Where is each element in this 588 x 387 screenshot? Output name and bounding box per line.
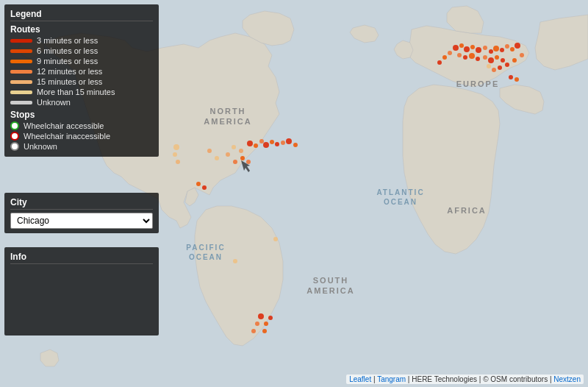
- svg-point-52: [514, 43, 520, 49]
- leaflet-link[interactable]: Leaflet: [349, 375, 371, 383]
- route-2-label: 6 minutes or less: [37, 46, 98, 55]
- svg-point-63: [437, 60, 442, 65]
- svg-point-11: [247, 141, 253, 146]
- svg-point-43: [464, 46, 470, 52]
- svg-point-36: [268, 316, 273, 320]
- stop-1-icon: [10, 121, 19, 130]
- routes-label: Routes: [10, 24, 153, 35]
- svg-point-55: [469, 53, 475, 59]
- svg-point-26: [233, 160, 237, 164]
- osm-text: © OSM contributors: [483, 375, 548, 383]
- svg-text:SOUTH: SOUTH: [313, 276, 349, 285]
- svg-point-50: [505, 44, 509, 49]
- svg-point-66: [520, 53, 524, 57]
- svg-point-27: [246, 160, 251, 164]
- svg-point-24: [207, 149, 212, 153]
- svg-point-14: [263, 142, 269, 148]
- route-5-label: 15 minutes or less: [37, 77, 102, 86]
- stop-3-icon: [10, 142, 19, 151]
- svg-point-15: [270, 140, 274, 144]
- route-2-icon: [10, 49, 32, 53]
- svg-point-46: [483, 46, 487, 50]
- svg-point-48: [493, 46, 499, 52]
- svg-point-12: [254, 143, 258, 148]
- svg-point-49: [500, 48, 504, 52]
- map-container[interactable]: PACIFIC OCEAN ATLANTIC OCEAN NORTH AMERI…: [0, 0, 588, 387]
- legend-stop-3: Unknown: [10, 142, 153, 151]
- svg-text:AMERICA: AMERICA: [204, 117, 251, 126]
- svg-point-65: [512, 58, 517, 63]
- svg-point-51: [510, 47, 514, 52]
- svg-point-35: [255, 322, 259, 326]
- stop-1-label: Wheelchair accessible: [24, 121, 104, 130]
- svg-point-70: [492, 68, 496, 72]
- svg-point-62: [442, 55, 447, 60]
- svg-point-58: [488, 57, 494, 63]
- legend-panel: Legend Routes 3 minutes or less 6 minute…: [4, 4, 159, 157]
- svg-point-47: [489, 49, 493, 54]
- route-1-label: 3 minutes or less: [37, 36, 98, 45]
- svg-point-40: [273, 237, 278, 241]
- legend-route-6: More than 15 minutes: [10, 88, 153, 96]
- svg-point-22: [226, 152, 230, 157]
- svg-point-56: [476, 57, 480, 61]
- svg-point-23: [215, 156, 219, 160]
- svg-text:OCEAN: OCEAN: [189, 253, 223, 261]
- svg-point-16: [275, 142, 279, 146]
- legend-route-2: 6 minutes or less: [10, 46, 153, 55]
- svg-point-31: [196, 182, 201, 186]
- legend-route-3: 9 minutes or less: [10, 57, 153, 65]
- svg-point-64: [505, 63, 509, 67]
- svg-point-42: [459, 43, 464, 48]
- city-select[interactable]: Chicago New York Los Angeles London Pari…: [10, 213, 153, 229]
- legend-stop-1: Wheelchair accessible: [10, 121, 153, 130]
- route-6-icon: [10, 90, 32, 94]
- svg-point-13: [259, 139, 264, 143]
- svg-point-54: [463, 55, 467, 60]
- svg-point-68: [514, 77, 519, 82]
- svg-point-59: [495, 55, 499, 60]
- legend-title: Legend: [10, 9, 153, 21]
- svg-point-41: [453, 45, 459, 51]
- stops-label: Stops: [10, 110, 153, 120]
- svg-point-39: [233, 259, 237, 263]
- svg-point-53: [457, 53, 462, 57]
- svg-point-33: [258, 313, 264, 319]
- svg-text:AMERICA: AMERICA: [306, 286, 354, 295]
- svg-text:PACIFIC: PACIFIC: [186, 244, 225, 252]
- svg-point-67: [509, 75, 513, 79]
- svg-point-32: [202, 185, 207, 190]
- route-1-icon: [10, 39, 32, 43]
- here-text: HERE Technologies: [412, 375, 477, 383]
- svg-point-17: [281, 141, 285, 145]
- city-title: City: [10, 197, 153, 210]
- route-3-label: 9 minutes or less: [37, 57, 98, 65]
- route-7-label: Unknown: [37, 98, 71, 107]
- svg-point-61: [448, 51, 452, 55]
- legend-route-7: Unknown: [10, 98, 153, 107]
- svg-point-69: [487, 64, 491, 68]
- svg-text:NORTH: NORTH: [209, 107, 245, 116]
- svg-point-19: [293, 143, 298, 147]
- legend-route-5: 15 minutes or less: [10, 77, 153, 86]
- info-panel: Info: [4, 247, 159, 335]
- svg-point-18: [286, 138, 292, 144]
- route-4-label: 12 minutes or less: [37, 67, 102, 76]
- svg-text:ATLANTIC: ATLANTIC: [376, 188, 424, 196]
- route-4-icon: [10, 70, 32, 74]
- svg-point-37: [251, 329, 256, 333]
- svg-point-28: [173, 144, 179, 150]
- svg-point-45: [476, 47, 481, 53]
- nextzen-link[interactable]: Nextzen: [553, 375, 581, 383]
- svg-point-60: [501, 58, 505, 63]
- city-select-wrapper: Chicago New York Los Angeles London Pari…: [10, 213, 153, 229]
- svg-point-30: [176, 160, 180, 164]
- stop-2-label: Wheelchair inaccessible: [24, 132, 110, 141]
- tangram-link[interactable]: Tangram: [377, 375, 406, 383]
- svg-text:OCEAN: OCEAN: [384, 198, 417, 206]
- svg-point-21: [232, 145, 236, 149]
- info-title: Info: [10, 252, 153, 264]
- svg-point-44: [470, 45, 475, 49]
- svg-point-34: [264, 322, 268, 326]
- svg-point-38: [262, 329, 267, 333]
